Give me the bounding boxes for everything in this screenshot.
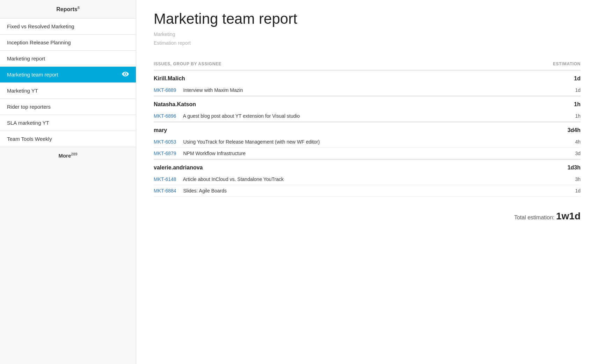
sidebar-item-sla-marketing-yt[interactable]: SLA marketing YT: [0, 115, 136, 131]
issue-estimation: 1d: [520, 185, 581, 197]
issue-summary: A guest blog post about YT extension for…: [183, 113, 300, 119]
issue-estimation: 3h: [520, 174, 581, 185]
report-meta-line1: Marketing: [154, 30, 581, 39]
sidebar-item-rider-top-reporters[interactable]: Rider top reporters: [0, 99, 136, 115]
total-label: Total estimation:: [514, 214, 555, 220]
issue-id-link[interactable]: MKT-6896: [154, 113, 176, 119]
issue-id-link[interactable]: MKT-6053: [154, 139, 176, 145]
issue-row: MKT-6879 NPM Workflow Infrastructure 3d: [154, 148, 581, 160]
main-content: Marketing team report Marketing Estimati…: [136, 0, 598, 364]
sidebar-title: Reports: [56, 6, 77, 12]
more-label: More: [58, 153, 71, 159]
sidebar-item-label: Team Tools Weekly: [7, 136, 52, 142]
assignee-name: Kirill.Malich: [154, 70, 520, 85]
report-meta-line2: Estimation report: [154, 39, 581, 48]
total-estimation-row: Total estimation: 1w1d: [154, 207, 581, 222]
sidebar-item-marketing-team-report[interactable]: Marketing team report: [0, 67, 136, 83]
issue-summary: Slides: Agile Boards: [183, 188, 227, 194]
issue-estimation: 4h: [520, 136, 581, 148]
assignee-row: mary 3d4h: [154, 122, 581, 136]
issue-summary: Using YouTrack for Release Management (w…: [183, 139, 320, 145]
assignee-total: 1d: [520, 70, 581, 85]
assignee-row: valerie.andrianova 1d3h: [154, 159, 581, 174]
col-issues-header: ISSUES, GROUP BY ASSIGNEE: [154, 58, 520, 70]
issue-id-link[interactable]: MKT-6889: [154, 87, 176, 93]
assignee-name: Natasha.Katson: [154, 96, 520, 110]
sidebar-item-marketing-report[interactable]: Marketing report: [0, 51, 136, 67]
issue-cell: MKT-6148 Article about InCloud vs. Stand…: [154, 174, 520, 185]
sidebar-item-marketing-yt[interactable]: Marketing YT: [0, 83, 136, 99]
more-count: 289: [71, 152, 77, 156]
assignee-row: Natasha.Katson 1h: [154, 96, 581, 110]
assignee-name: valerie.andrianova: [154, 159, 520, 174]
report-title: Marketing team report: [154, 10, 581, 27]
issue-cell: MKT-6879 NPM Workflow Infrastructure: [154, 148, 520, 160]
report-table: ISSUES, GROUP BY ASSIGNEE ESTIMATION Kir…: [154, 58, 581, 197]
assignee-total: 1h: [520, 96, 581, 110]
issue-row: MKT-6148 Article about InCloud vs. Stand…: [154, 174, 581, 185]
issue-id-link[interactable]: MKT-6148: [154, 176, 176, 182]
issue-id-link[interactable]: MKT-6884: [154, 188, 176, 194]
sidebar-item-team-tools-weekly[interactable]: Team Tools Weekly: [0, 131, 136, 147]
report-meta: Marketing Estimation report: [154, 30, 581, 48]
sidebar-item-label: Rider top reporters: [7, 104, 51, 110]
total-value: 1w1d: [556, 211, 581, 221]
issue-summary: NPM Workflow Infrastructure: [183, 151, 246, 156]
sidebar-item-fixed-vs-resolved[interactable]: Fixed vs Resolved Marketing: [0, 19, 136, 35]
eye-icon: [122, 72, 129, 78]
issue-estimation: 3d: [520, 148, 581, 160]
issue-cell: MKT-6889 Interview with Maxim Mazin: [154, 85, 520, 96]
sidebar-item-label: Fixed vs Resolved Marketing: [7, 23, 74, 29]
sidebar: Reports8 Fixed vs Resolved Marketing Inc…: [0, 0, 136, 364]
issue-row: MKT-6896 A guest blog post about YT exte…: [154, 110, 581, 122]
issue-row: MKT-6053 Using YouTrack for Release Mana…: [154, 136, 581, 148]
issue-row: MKT-6884 Slides: Agile Boards 1d: [154, 185, 581, 197]
sidebar-item-label: Inception Release Planning: [7, 39, 71, 45]
sidebar-item-label: SLA marketing YT: [7, 120, 49, 126]
sidebar-item-label: Marketing team report: [7, 72, 58, 78]
issue-cell: MKT-6896 A guest blog post about YT exte…: [154, 110, 520, 122]
sidebar-count: 8: [78, 6, 80, 10]
col-estimation-header: ESTIMATION: [520, 58, 581, 70]
assignee-name: mary: [154, 122, 520, 136]
sidebar-item-inception-release[interactable]: Inception Release Planning: [0, 35, 136, 51]
issue-estimation: 1h: [520, 110, 581, 122]
issue-cell: MKT-6884 Slides: Agile Boards: [154, 185, 520, 197]
issue-estimation: 1d: [520, 85, 581, 96]
assignee-row: Kirill.Malich 1d: [154, 70, 581, 85]
issue-summary: Interview with Maxim Mazin: [183, 87, 243, 93]
assignee-total: 3d4h: [520, 122, 581, 136]
issue-id-link[interactable]: MKT-6879: [154, 151, 176, 156]
sidebar-item-label: Marketing report: [7, 56, 45, 61]
sidebar-more[interactable]: More289: [0, 147, 136, 163]
sidebar-header: Reports8: [0, 0, 136, 19]
issue-cell: MKT-6053 Using YouTrack for Release Mana…: [154, 136, 520, 148]
sidebar-item-label: Marketing YT: [7, 88, 38, 94]
issue-row: MKT-6889 Interview with Maxim Mazin 1d: [154, 85, 581, 96]
assignee-total: 1d3h: [520, 159, 581, 174]
issue-summary: Article about InCloud vs. Standalone You…: [183, 176, 284, 182]
